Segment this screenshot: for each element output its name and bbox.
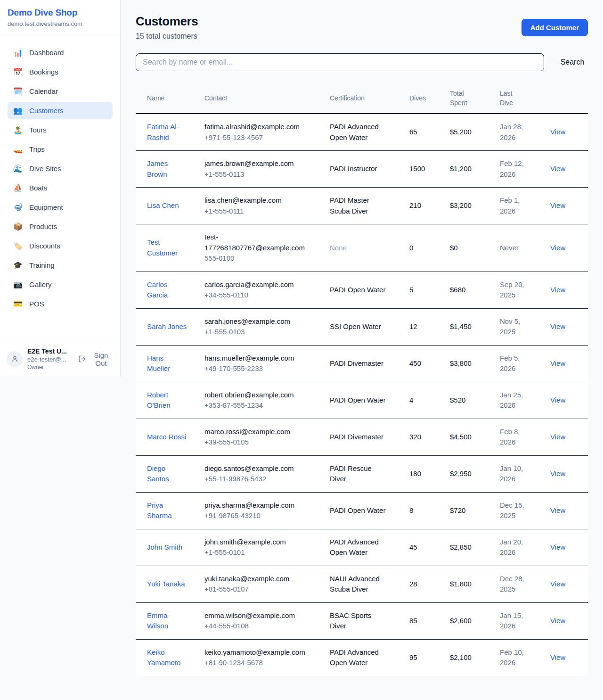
page-header: Customers 15 total customers Add Custome…	[136, 14, 588, 41]
customer-name-link[interactable]: Diego Santos	[147, 464, 169, 483]
customer-dives: 180	[409, 455, 450, 492]
table-row: Yuki Tanakayuki.tanaka@example.com+81-55…	[136, 566, 588, 602]
sidebar-item-customers[interactable]: 👥Customers	[8, 102, 113, 119]
island-icon: 🏝️	[13, 126, 23, 134]
view-customer-link[interactable]: View	[550, 359, 565, 367]
customer-email: priya.sharma@example.com	[204, 500, 317, 511]
view-customer-link[interactable]: View	[550, 543, 565, 551]
table-row: Test Customertest-1772681807767@example.…	[136, 224, 588, 272]
view-customer-link[interactable]: View	[550, 653, 565, 661]
sidebar-item-tours[interactable]: 🏝️Tours	[8, 121, 113, 139]
customer-name-link[interactable]: Emma Wilson	[147, 611, 168, 630]
sidebar-item-boats[interactable]: ⛵Boats	[8, 179, 113, 197]
customers-table-card: NameContactCertificationDivesTotal Spent…	[136, 83, 588, 676]
table-row: Hans Muellerhans.mueller@example.com+49-…	[136, 345, 588, 382]
customer-name-link[interactable]: Priya Sharma	[147, 501, 172, 520]
view-customer-link[interactable]: View	[550, 617, 565, 625]
tag-icon: 🏷️	[13, 242, 23, 250]
avatar	[7, 351, 23, 367]
customer-total-spent: $2,600	[450, 602, 500, 639]
customer-name-link[interactable]: Yuki Tanaka	[147, 580, 185, 588]
customer-certification: PADI Open Water	[330, 382, 409, 419]
customer-dives: 65	[409, 114, 450, 151]
customer-total-spent: $4,500	[450, 419, 500, 455]
customer-name-link[interactable]: Test Customer	[147, 238, 178, 257]
sidebar-item-equipment[interactable]: 🤿Equipment	[8, 198, 113, 216]
search-input[interactable]	[136, 53, 544, 71]
sidebar-item-discounts[interactable]: 🏷️Discounts	[8, 237, 113, 255]
customer-name-link[interactable]: James Brown	[147, 159, 168, 178]
customer-phone: +81-90-1234-5678	[204, 658, 317, 668]
customer-total-spent: $2,100	[450, 639, 500, 676]
customer-total-spent: $1,800	[450, 566, 500, 602]
customer-email: diego.santos@example.com	[204, 463, 317, 474]
sidebar-nav: 📊Dashboard📅Bookings🗓️Calendar👥Customers🏝…	[0, 34, 120, 313]
sidebar-item-dive-sites[interactable]: 🌊Dive Sites	[8, 160, 113, 177]
customer-phone: +1-555-0103	[204, 327, 317, 338]
customer-dives: 85	[409, 602, 450, 639]
view-customer-link[interactable]: View	[550, 396, 565, 404]
sidebar-item-bookings[interactable]: 📅Bookings	[8, 63, 113, 81]
view-customer-link[interactable]: View	[550, 286, 565, 294]
table-row: John Smithjohn.smith@example.com+1-555-0…	[136, 529, 588, 566]
customer-last-dive: Feb 1, 2026	[500, 188, 550, 224]
sidebar-item-pos[interactable]: 💳POS	[8, 295, 113, 313]
sign-out-button[interactable]: Sign Out	[77, 349, 114, 369]
camera-icon: 📷	[13, 281, 23, 288]
customers-table-body: Fatima Al-Rashidfatima.alrashid@example.…	[136, 114, 588, 676]
customer-email: sarah.jones@example.com	[204, 316, 317, 327]
sidebar-item-label: Gallery	[29, 280, 52, 288]
add-customer-button[interactable]: Add Customer	[522, 19, 588, 36]
customer-phone: +91-98765-43210	[204, 511, 317, 521]
search-button[interactable]: Search	[557, 58, 588, 66]
customer-name-link[interactable]: Carlos Garcia	[147, 280, 168, 299]
customer-certification: PADI Advanced Open Water	[330, 529, 409, 566]
customer-name-link[interactable]: Hans Mueller	[147, 354, 170, 373]
view-customer-link[interactable]: View	[550, 469, 565, 478]
view-customer-link[interactable]: View	[550, 322, 565, 330]
diving-mask-icon: 🤿	[13, 204, 23, 211]
customer-email: hans.mueller@example.com	[204, 353, 317, 364]
customer-name-link[interactable]: John Smith	[147, 543, 182, 551]
view-customer-link[interactable]: View	[550, 165, 565, 173]
sidebar-item-label: Trips	[29, 145, 45, 153]
customer-dives: 5	[409, 272, 450, 308]
sidebar-item-training[interactable]: 🎓Training	[8, 256, 113, 274]
sidebar-item-trips[interactable]: 🚤Trips	[8, 140, 113, 158]
credit-card-icon: 💳	[13, 300, 23, 308]
table-row: Lisa Chenlisa.chen@example.com+1-555-011…	[136, 188, 588, 224]
customer-total-spent: $520	[450, 382, 500, 419]
view-customer-link[interactable]: View	[550, 128, 565, 136]
page-title: Customers	[136, 14, 198, 29]
customer-name-link[interactable]: Sarah Jones	[147, 322, 187, 330]
sidebar-item-label: Bookings	[29, 68, 58, 76]
sidebar-item-gallery[interactable]: 📷Gallery	[8, 276, 113, 293]
customer-phone: +1-555-0113	[204, 169, 317, 180]
customer-email: lisa.chen@example.com	[204, 195, 317, 206]
sidebar-item-products[interactable]: 📦Products	[8, 218, 113, 235]
customer-email: test-1772681807767@example.com	[204, 232, 317, 253]
view-customer-link[interactable]: View	[550, 580, 565, 588]
customer-dives: 0	[409, 224, 450, 272]
customer-phone: 555-0100	[204, 253, 317, 264]
people-icon: 👥	[13, 107, 23, 115]
customer-dives: 320	[409, 419, 450, 455]
view-customer-link[interactable]: View	[550, 201, 565, 209]
customer-name-link[interactable]: Keiko Yamamoto	[147, 648, 180, 667]
sidebar-item-label: POS	[29, 300, 44, 308]
customer-name-link[interactable]: Marco Rossi	[147, 433, 186, 441]
customer-name-link[interactable]: Robert O'Brien	[147, 391, 171, 410]
sidebar-item-dashboard[interactable]: 📊Dashboard	[8, 44, 113, 61]
customer-name-link[interactable]: Lisa Chen	[147, 201, 179, 209]
sidebar-item-label: Products	[29, 222, 57, 231]
customer-count: 15 total customers	[136, 32, 198, 41]
sidebar-item-calendar[interactable]: 🗓️Calendar	[8, 82, 113, 100]
view-customer-link[interactable]: View	[550, 506, 565, 514]
view-customer-link[interactable]: View	[550, 433, 565, 441]
customer-email: emma.wilson@example.com	[204, 610, 317, 621]
sidebar-item-label: Dashboard	[29, 49, 64, 57]
view-customer-link[interactable]: View	[550, 244, 565, 252]
customer-email: marco.rossi@example.com	[204, 427, 317, 437]
user-email: e2e-tester@...	[27, 356, 73, 363]
customer-name-link[interactable]: Fatima Al-Rashid	[147, 123, 179, 141]
